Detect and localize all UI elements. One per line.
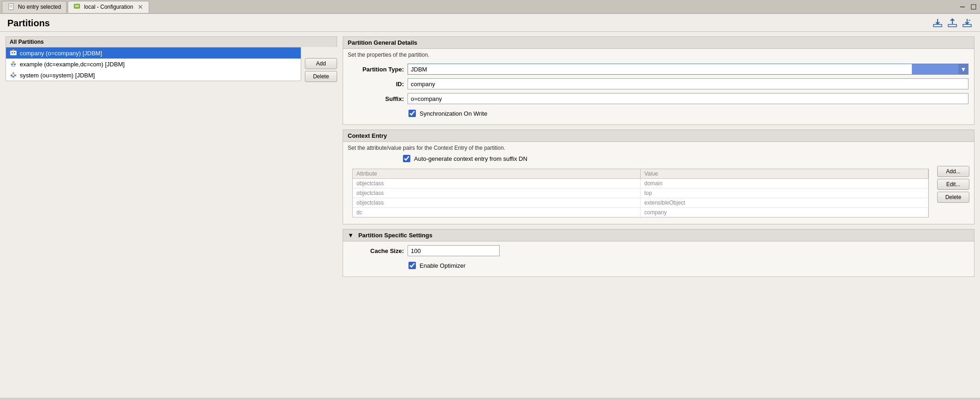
partition-system-icon	[10, 71, 17, 79]
enable-optimizer-label: Enable Optimizer	[420, 262, 466, 269]
partition-item-example[interactable]: example (dc=example,dc=com) [JDBM]	[6, 59, 301, 70]
partition-item-system-label: system (ou=system) [JDBM]	[20, 72, 95, 79]
partition-type-row: Partition Type: JDBM ▼	[349, 64, 968, 75]
context-entry-title: Context Entry	[348, 132, 387, 139]
svg-point-16	[12, 61, 14, 63]
context-cell-attr-4: dc	[353, 208, 641, 217]
context-cell-val-4: company	[641, 208, 928, 217]
svg-rect-24	[11, 75, 12, 76]
partition-item-company-label: company (o=company) [JDBM]	[20, 50, 102, 57]
partition-company-icon	[10, 49, 17, 57]
context-cell-val-3: extensibleObject	[641, 198, 928, 207]
partition-type-select[interactable]: JDBM	[408, 64, 968, 75]
context-add-button[interactable]: Add...	[937, 166, 969, 177]
attribute-header: Attribute	[353, 169, 641, 178]
context-row-4[interactable]: dc company	[353, 208, 928, 217]
tab-local-config[interactable]: local - Configuration ✕	[68, 1, 149, 13]
minimize-button[interactable]	[958, 2, 967, 12]
context-row-2[interactable]: objectclass top	[353, 188, 928, 198]
svg-rect-25	[14, 75, 16, 76]
id-label: ID:	[349, 81, 404, 88]
left-panel-buttons: Add Delete	[305, 58, 337, 82]
suffix-row: Suffix:	[349, 93, 968, 104]
add-partition-button[interactable]: Add	[305, 58, 337, 69]
tab-close-icon[interactable]: ✕	[138, 3, 143, 11]
suffix-label: Suffix:	[349, 95, 404, 102]
tab-bar: No entry selected local - Configuration …	[0, 0, 980, 14]
left-area: company (o=company) [JDBM]	[6, 47, 337, 82]
context-entry-header: Context Entry	[343, 130, 974, 142]
id-row: ID:	[349, 78, 968, 89]
auto-generate-row: Auto-generate context entry from suffix …	[343, 153, 974, 164]
enable-optimizer-row: Enable Optimizer	[349, 260, 968, 271]
maximize-button[interactable]	[969, 2, 978, 12]
cache-size-input[interactable]	[408, 245, 500, 256]
cache-size-label: Cache Size:	[349, 247, 404, 254]
specific-settings-form: Cache Size: Enable Optimizer	[343, 241, 974, 276]
svg-point-23	[12, 72, 14, 74]
svg-rect-6	[960, 6, 965, 7]
import-button[interactable]	[947, 18, 958, 29]
context-entry-buttons: Add... Edit... Delete	[937, 166, 969, 203]
partition-item-system[interactable]: system (ou=system) [JDBM]	[6, 70, 301, 81]
page-header: Partitions	[0, 14, 980, 32]
partition-type-label: Partition Type:	[349, 66, 404, 73]
context-delete-button[interactable]: Delete	[937, 192, 969, 203]
enable-optimizer-checkbox[interactable]	[408, 262, 416, 269]
sync-on-write-row: Synchronization On Write	[349, 108, 968, 119]
general-details-title: Partition General Details	[348, 39, 417, 46]
sync-on-write-checkbox[interactable]	[408, 110, 416, 117]
specific-settings-header[interactable]: ▼ Partition Specific Settings	[343, 229, 974, 241]
page-header-actions	[932, 18, 973, 29]
general-details-form: Partition Type: JDBM ▼ ID: Suffix:	[343, 60, 974, 124]
main-content: All Partitions company (o=compan	[0, 32, 980, 398]
window-controls	[958, 2, 978, 12]
svg-rect-13	[12, 52, 13, 53]
context-cell-attr-1: objectclass	[353, 179, 641, 188]
auto-generate-checkbox[interactable]	[403, 155, 410, 162]
partition-item-example-label: example (dc=example,dc=com) [JDBM]	[20, 61, 125, 68]
export-button[interactable]	[932, 18, 943, 29]
svg-rect-14	[14, 52, 15, 53]
auto-generate-label: Auto-generate context entry from suffix …	[414, 155, 527, 162]
page-title: Partitions	[7, 18, 50, 29]
svg-rect-8	[933, 24, 942, 27]
context-entry-desc: Set the attribute/value pairs for the Co…	[343, 142, 974, 153]
general-details-desc: Set the properties of the partition.	[343, 49, 974, 60]
svg-rect-7	[971, 5, 976, 9]
extra-icon[interactable]	[962, 18, 973, 29]
suffix-input[interactable]	[408, 93, 968, 104]
document-icon	[8, 3, 15, 11]
context-edit-button[interactable]: Edit...	[937, 179, 969, 190]
partition-item-company[interactable]: company (o=company) [JDBM]	[6, 47, 301, 59]
all-partitions-header: All Partitions	[6, 36, 337, 47]
context-table-wrapper: Attribute Value objectclass domain objec…	[348, 166, 933, 220]
delete-partition-button[interactable]: Delete	[305, 71, 337, 82]
svg-point-15	[12, 49, 14, 51]
tab-no-entry-label: No entry selected	[18, 4, 61, 10]
tab-local-config-label: local - Configuration	[84, 4, 133, 10]
config-icon	[74, 3, 81, 11]
tab-no-entry[interactable]: No entry selected	[2, 1, 67, 13]
value-header: Value	[641, 169, 928, 178]
svg-rect-12	[10, 51, 17, 55]
specific-settings-title: Partition Specific Settings	[358, 232, 432, 239]
partition-type-select-wrapper[interactable]: JDBM ▼	[408, 64, 968, 75]
context-table: Attribute Value objectclass domain objec…	[352, 169, 929, 218]
context-row-1[interactable]: objectclass domain	[353, 179, 928, 188]
general-details-header: Partition General Details	[343, 37, 974, 49]
svg-rect-18	[14, 64, 16, 65]
partition-list[interactable]: company (o=company) [JDBM]	[6, 47, 301, 81]
general-details-section: Partition General Details Set the proper…	[343, 36, 974, 125]
id-input[interactable]	[408, 78, 968, 89]
cache-size-row: Cache Size:	[349, 245, 968, 256]
context-cell-val-2: top	[641, 188, 928, 198]
svg-rect-17	[11, 64, 13, 65]
context-cell-val-1: domain	[641, 179, 928, 188]
svg-rect-10	[963, 24, 971, 27]
specific-settings-section: ▼ Partition Specific Settings Cache Size…	[343, 229, 974, 277]
partition-example-icon	[10, 60, 17, 68]
context-row-3[interactable]: objectclass extensibleObject	[353, 198, 928, 208]
context-entry-section: Context Entry Set the attribute/value pa…	[343, 129, 974, 224]
toggle-icon[interactable]: ▼	[348, 232, 354, 239]
